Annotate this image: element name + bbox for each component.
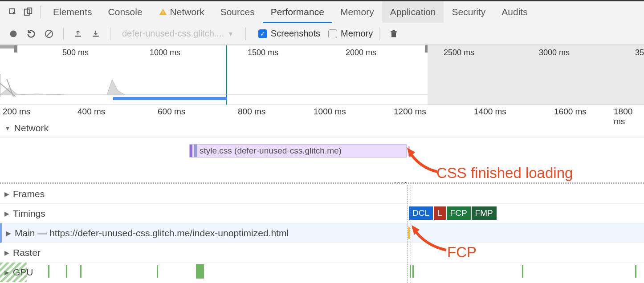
chip-fmp[interactable]: FMP [472,206,497,220]
checkbox-empty-icon [328,29,337,38]
annotation-fcp: FCP [447,244,477,261]
ruler-tick: 1600 ms [554,107,587,117]
svg-rect-10 [391,32,396,37]
record-button[interactable] [5,26,21,42]
screenshots-checkbox[interactable]: ✓ Screenshots [258,28,320,39]
svg-rect-1 [24,9,29,16]
svg-point-5 [10,30,17,37]
overview-cpu-chart [0,74,428,97]
raster-row[interactable]: ▶ Raster [0,243,644,263]
memory-label: Memory [341,28,373,39]
overview-timeline[interactable]: 500 ms 1000 ms 1500 ms 2000 ms 2500 ms 3… [0,45,644,105]
ruler-tick: 1000 ms [314,107,346,117]
check-icon: ✓ [258,29,267,38]
drag-dots-icon: .... [394,176,408,185]
network-request-label: style.css (defer-unused-css.glitch.me) [200,146,342,156]
overview-tick: 500 ms [62,48,89,57]
overview-tick: 2000 ms [346,48,376,57]
reload-record-button[interactable] [23,26,39,42]
collapse-triangle-icon: ▼ [4,125,11,132]
annotation-arrow-icon [412,227,448,255]
detail-ruler[interactable]: 200 ms 400 ms 600 ms 800 ms 1000 ms 1200… [0,105,644,118]
main-thread-row[interactable]: ▶ Main — https://defer-unused-css.glitch… [0,223,644,243]
overview-tick: 1000 ms [150,48,180,57]
timings-row[interactable]: ▶ Timings DCL L FCP FMP [0,204,644,223]
network-section-label: Network [14,123,49,133]
svg-rect-3 [163,11,163,13]
svg-rect-11 [391,31,397,32]
tab-application[interactable]: Application [382,1,444,23]
tab-console[interactable]: Console [100,1,151,23]
expand-triangle-icon: ▶ [4,210,9,217]
network-request-bar[interactable]: style.css (defer-unused-css.glitch.me) [189,144,407,158]
ruler-tick: 1800 ms [614,107,644,126]
tab-memory[interactable]: Memory [332,1,382,23]
garbage-collect-button[interactable] [386,26,402,42]
tab-security[interactable]: Security [444,1,493,23]
expand-triangle-icon: ▶ [4,190,9,198]
chip-fcp[interactable]: FCP [447,206,471,220]
svg-rect-8 [75,36,81,37]
expand-triangle-icon: ▶ [6,230,11,237]
ruler-tick: 1200 ms [394,107,426,117]
tab-sources[interactable]: Sources [212,1,263,23]
inspect-icon[interactable] [5,4,20,20]
performance-toolbar: defer-unused-css.glitch.... ▼ ✓ Screensh… [0,23,644,45]
svg-rect-9 [93,36,98,37]
overview-tick: 3000 ms [539,48,570,57]
memory-checkbox[interactable]: Memory [328,28,373,39]
timings-label: Timings [13,208,45,219]
ruler-tick: 800 ms [238,107,265,117]
chip-l[interactable]: L [434,206,446,220]
overview-tick: 35 [635,48,644,57]
ruler-tick: 600 ms [158,107,185,117]
main-label: Main — https://defer-unused-css.glitch.m… [15,228,289,239]
svg-line-7 [46,31,52,36]
gpu-row[interactable]: ▶ GPU [0,263,644,282]
tab-elements[interactable]: Elements [45,1,100,23]
overview-tick: 2500 ms [444,48,474,57]
expand-triangle-icon: ▶ [4,249,9,256]
svg-rect-12 [393,30,395,31]
ruler-tick: 200 ms [3,107,30,117]
tab-audits[interactable]: Audits [493,1,535,23]
device-toggle-icon[interactable] [20,4,36,20]
clear-button[interactable] [41,26,57,42]
recording-name: defer-unused-css.glitch.... [122,28,224,39]
overview-handle-left[interactable] [14,45,17,53]
chevron-down-icon: ▼ [228,30,234,37]
ruler-tick: 1400 ms [474,107,506,117]
devtools-tab-bar: Elements Console Network Sources Perform… [0,1,644,23]
load-profile-button[interactable] [70,26,86,42]
overview-tick: 1500 ms [248,48,278,57]
annotation-css-loaded: CSS finished loading [436,165,573,182]
timing-chips: DCL L FCP FMP [409,206,497,220]
network-section-header[interactable]: ▼ Network [0,118,644,138]
svg-rect-4 [163,13,163,14]
chip-dcl[interactable]: DCL [409,206,433,220]
raster-label: Raster [13,247,41,258]
frames-label: Frames [13,189,45,199]
tab-performance[interactable]: Performance [263,1,332,23]
screenshots-label: Screenshots [271,28,320,39]
recording-selector[interactable]: defer-unused-css.glitch.... ▼ [117,28,239,39]
frames-row[interactable]: ▶ Frames [0,184,644,204]
annotation-arrow-icon [408,150,439,176]
ruler-tick: 400 ms [77,107,105,117]
save-profile-button[interactable] [88,26,104,42]
tab-network-label: Network [170,7,204,17]
tab-network[interactable]: Network [151,1,212,23]
